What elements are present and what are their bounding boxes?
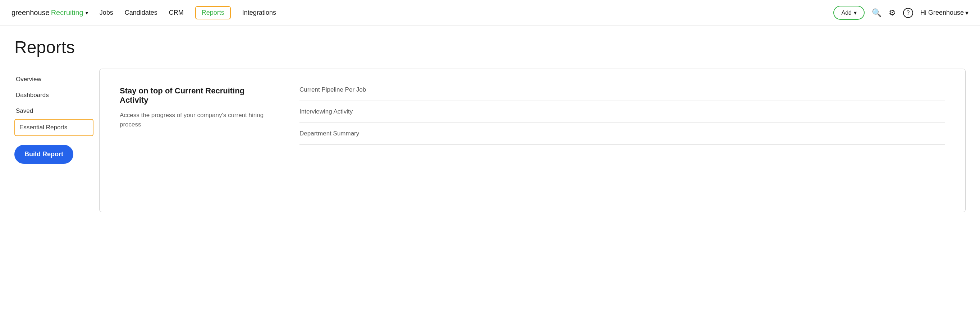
main-content: Stay on top of Current Recruiting Activi… — [99, 68, 966, 212]
page-title: Reports — [14, 37, 966, 57]
greeting-chevron-icon: ▾ — [965, 9, 969, 17]
nav-link-crm[interactable]: CRM — [169, 9, 184, 16]
sidebar: Overview Dashboards Saved Essential Repo… — [14, 68, 94, 212]
add-button[interactable]: Add ▾ — [833, 6, 864, 20]
nav-actions: Add ▾ 🔍 ⚙ ? Hi Greenhouse ▾ — [833, 6, 969, 20]
brand-recruiting-text: Recruiting — [51, 9, 83, 17]
page-container: Reports Overview Dashboards Saved Essent… — [0, 26, 980, 224]
report-link-item-current-pipeline: Current Pipeline Per Job — [299, 86, 945, 101]
add-button-label: Add — [841, 10, 851, 16]
sidebar-item-overview[interactable]: Overview — [14, 71, 94, 87]
sidebar-item-dashboards[interactable]: Dashboards — [14, 87, 94, 103]
add-chevron-icon: ▾ — [854, 10, 857, 16]
sidebar-item-saved[interactable]: Saved — [14, 103, 94, 119]
brand-greenhouse-text: greenhouse — [11, 9, 49, 17]
navbar: greenhouse Recruiting ▾ Jobs Candidates … — [0, 0, 980, 26]
build-report-button[interactable]: Build Report — [14, 145, 73, 164]
sidebar-item-essential-reports[interactable]: Essential Reports — [14, 119, 94, 136]
page-body: Overview Dashboards Saved Essential Repo… — [14, 68, 966, 212]
content-description: Access the progress of your company's cu… — [120, 111, 271, 129]
nav-link-candidates[interactable]: Candidates — [125, 9, 158, 16]
greeting-text: Hi Greenhouse — [920, 9, 964, 16]
current-pipeline-link[interactable]: Current Pipeline Per Job — [299, 86, 945, 94]
nav-link-reports[interactable]: Reports — [195, 6, 231, 19]
brand-chevron-icon: ▾ — [86, 10, 88, 16]
help-icon[interactable]: ? — [903, 8, 913, 18]
report-link-item-interviewing-activity: Interviewing Activity — [299, 101, 945, 123]
content-heading: Stay on top of Current Recruiting Activi… — [120, 86, 271, 105]
department-summary-link[interactable]: Department Summary — [299, 130, 945, 137]
report-link-item-department-summary: Department Summary — [299, 123, 945, 145]
interviewing-activity-link[interactable]: Interviewing Activity — [299, 108, 945, 115]
brand-logo[interactable]: greenhouse Recruiting ▾ — [11, 9, 88, 17]
report-links-list: Current Pipeline Per Job Interviewing Ac… — [299, 86, 945, 195]
user-greeting[interactable]: Hi Greenhouse ▾ — [920, 9, 969, 17]
nav-links: Jobs Candidates CRM Reports Integrations — [100, 6, 822, 19]
nav-link-jobs[interactable]: Jobs — [100, 9, 113, 16]
content-left: Stay on top of Current Recruiting Activi… — [120, 86, 271, 195]
nav-link-integrations[interactable]: Integrations — [242, 9, 276, 16]
gear-icon[interactable]: ⚙ — [889, 8, 896, 17]
search-icon[interactable]: 🔍 — [872, 8, 881, 17]
